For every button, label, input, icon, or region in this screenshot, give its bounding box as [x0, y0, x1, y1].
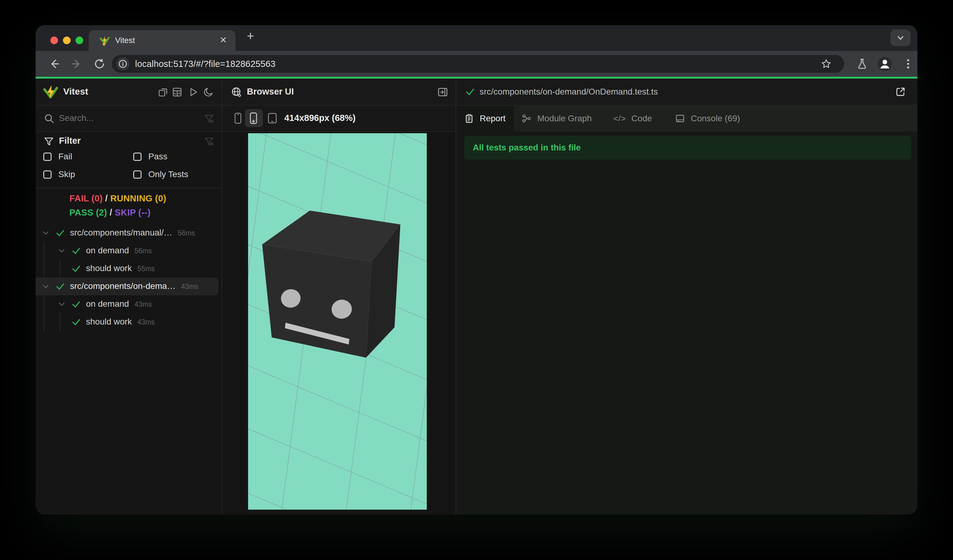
tab-report-label: Report [480, 113, 505, 123]
tab-module-graph-label: Module Graph [537, 113, 591, 123]
sidebar-search-row [36, 105, 222, 132]
browser-ui-header: Browser UI [222, 79, 456, 105]
tree-test-row[interactable]: should work43ms [36, 313, 222, 331]
fail-label: Fail [58, 152, 72, 161]
globe-icon [231, 87, 242, 98]
clear-filters-icon[interactable] [204, 137, 214, 147]
new-tab-button[interactable]: + [247, 31, 254, 41]
bookmark-star-icon[interactable] [820, 58, 832, 70]
code-icon: </> [613, 114, 626, 123]
pass-checkbox[interactable] [133, 153, 141, 161]
device-phone-small-button[interactable] [229, 109, 247, 127]
tab-code[interactable]: </> Code [613, 105, 666, 132]
chevron-down-icon[interactable] [57, 246, 66, 256]
browser-ui-panel: Browser UI 414x896px (68%) [222, 79, 456, 515]
profile-avatar-icon[interactable] [877, 56, 892, 71]
traffic-zoom-button[interactable] [76, 37, 83, 44]
run-all-icon[interactable] [188, 87, 198, 97]
fail-checkbox[interactable] [43, 153, 51, 161]
tree-suite-row[interactable]: on demand43ms [36, 295, 222, 313]
pass-check-icon [71, 299, 81, 309]
tree-item-label: src/components/manual/…56ms [70, 228, 195, 237]
only-tests-label: Only Tests [148, 169, 188, 179]
vitest-logo-icon [43, 84, 58, 99]
clear-search-filter-icon[interactable] [204, 113, 214, 124]
report-panel: src/components/on-demand/OnDemand.test.t… [456, 79, 917, 515]
filter-option-pass[interactable]: Pass [133, 152, 167, 161]
reload-icon[interactable] [93, 58, 106, 70]
filter-option-fail[interactable]: Fail [43, 152, 72, 161]
pass-check-icon [55, 228, 65, 238]
search-input[interactable] [58, 113, 176, 123]
dashboard-icon[interactable] [172, 87, 182, 97]
back-icon[interactable] [48, 58, 60, 70]
tab-console-label: Console (69) [691, 113, 740, 123]
browser-ui-title: Browser UI [247, 87, 294, 97]
pass-check-icon [71, 246, 81, 256]
device-tablet-button[interactable] [264, 109, 281, 127]
summary-line-1: FAIL (0) / RUNNING (0) [69, 194, 166, 203]
tree-item-label: on demand56ms [86, 246, 152, 256]
pass-check-icon [71, 264, 81, 273]
skip-count: SKIP (--) [115, 208, 151, 217]
pass-check-icon [465, 87, 475, 97]
chevron-down-icon[interactable] [41, 282, 50, 291]
tree-item-duration: 43ms [181, 282, 198, 290]
summary-line-2: PASS (2) / SKIP (--) [69, 208, 151, 218]
forward-icon[interactable] [71, 58, 83, 70]
browser-toolbar: localhost:5173/#/?file=1828625563 [36, 51, 917, 77]
tab-title: Vitest [115, 36, 135, 45]
dark-mode-icon[interactable] [203, 87, 214, 97]
experiments-flask-icon[interactable] [856, 58, 868, 70]
traffic-close-button[interactable] [50, 37, 58, 44]
only-tests-checkbox[interactable] [133, 171, 141, 179]
traffic-minimize-button[interactable] [63, 37, 71, 44]
vitest-favicon [99, 35, 110, 46]
viewport-size-label: 414x896px (68%) [284, 113, 355, 123]
tab-module-graph[interactable]: Module Graph [522, 105, 598, 132]
tab-report[interactable]: Report [456, 105, 514, 132]
pass-count: PASS (2) [69, 208, 107, 217]
chevron-down-icon[interactable] [41, 228, 50, 237]
tree-item-duration: 56ms [178, 229, 195, 237]
dock-right-icon[interactable] [437, 87, 448, 98]
report-file-path[interactable]: src/components/on-demand/OnDemand.test.t… [480, 87, 658, 97]
tree-item-label: should work43ms [86, 317, 155, 327]
site-info-icon[interactable] [116, 57, 130, 71]
tree-suite-row[interactable]: on demand56ms [36, 242, 222, 260]
skip-checkbox[interactable] [43, 171, 51, 179]
search-icon [43, 113, 55, 124]
tree-file-row[interactable]: src/components/manual/…56ms [36, 224, 222, 242]
url-bar[interactable]: localhost:5173/#/?file=1828625563 [112, 55, 844, 73]
all-tests-passed-banner: All tests passed in this file [464, 136, 911, 160]
skip-label: Skip [58, 169, 75, 179]
clipboard-icon [464, 113, 474, 124]
sidebar-app-title: Vitest [63, 86, 88, 97]
fail-count: FAIL (0) [69, 194, 102, 203]
device-phone-plus-button[interactable] [245, 109, 263, 127]
tree-item-label: should work55ms [86, 264, 155, 273]
tab-console[interactable]: Console (69) [675, 105, 761, 132]
browser-tabstrip: Vitest ✕ + [36, 25, 917, 51]
test-viewport[interactable] [248, 133, 427, 510]
open-external-icon[interactable] [895, 86, 906, 98]
tree-item-duration: 55ms [137, 265, 154, 273]
funnel-icon [43, 137, 54, 147]
robot-cube [262, 211, 400, 358]
browser-tab[interactable]: Vitest ✕ [89, 30, 236, 51]
kebab-menu-icon[interactable] [902, 57, 914, 71]
tree-file-row-selected[interactable]: src/components/on-dema…43ms [36, 278, 219, 295]
tree-item-duration: 43ms [135, 300, 152, 308]
filter-divider [36, 188, 222, 189]
tab-close-icon[interactable]: ✕ [220, 35, 227, 45]
tab-search-button[interactable] [890, 29, 911, 46]
filter-option-only-tests[interactable]: Only Tests [133, 169, 188, 179]
filter-option-skip[interactable]: Skip [43, 169, 75, 179]
chevron-down-icon[interactable] [57, 299, 66, 309]
url-text[interactable]: localhost:5173/#/?file=1828625563 [135, 59, 275, 69]
summary-separator: / [105, 194, 108, 203]
tab-code-label: Code [632, 113, 652, 123]
tree-item-label: src/components/on-dema…43ms [70, 281, 198, 291]
tree-test-row[interactable]: should work55ms [36, 260, 222, 278]
ungroup-windows-icon[interactable] [158, 87, 168, 97]
